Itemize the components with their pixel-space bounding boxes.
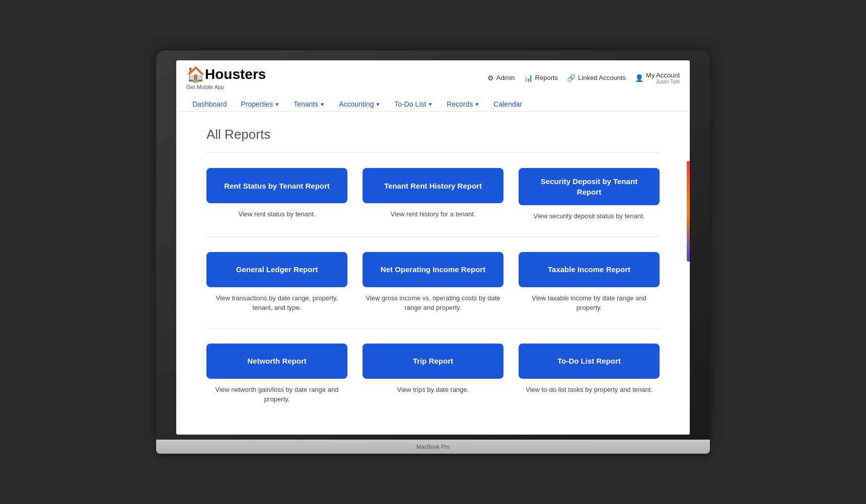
logo[interactable]: 🏠 Housters	[186, 65, 266, 83]
my-account-action[interactable]: 👤 My Account Justin Toth	[635, 71, 680, 85]
security-deposit-button[interactable]: Security Deposit by Tenant Report	[519, 168, 660, 205]
nav-accounting-label: Accounting	[339, 100, 374, 108]
logo-wordmark-rest: ousters	[215, 66, 266, 82]
report-card-networth: Networth Report View networth gain/loss …	[206, 344, 347, 404]
report-card-net-operating: Net Operating Income Report View gross i…	[363, 252, 503, 313]
app-header: 🏠 Housters Get Mobile App ⚙ Admin 📊 Repo…	[176, 60, 690, 112]
accounting-dropdown-icon: ▼	[375, 102, 380, 107]
reports-action[interactable]: 📊 Reports	[524, 74, 558, 82]
nav-calendar-label: Calendar	[493, 100, 522, 108]
other-reports-section: Networth Report View networth gain/loss …	[206, 344, 660, 404]
nav-tenants-label: Tenants	[294, 100, 318, 108]
laptop-screen: 🏠 Housters Get Mobile App ⚙ Admin 📊 Repo…	[176, 60, 690, 435]
general-ledger-desc: View transactions by date range, propert…	[206, 293, 347, 313]
header-actions: ⚙ Admin 📊 Reports 🔗 Linked Accounts	[487, 71, 680, 85]
nav-todo-label: To-Do List	[394, 100, 426, 108]
nav-accounting[interactable]: Accounting ▼	[333, 97, 386, 111]
report-card-todo-list-report: To-Do List Report View to-do list tasks …	[519, 344, 660, 404]
nav-calendar[interactable]: Calendar	[487, 97, 528, 111]
logo-wordmark: H	[205, 66, 215, 82]
nav-records-label: Records	[447, 100, 473, 108]
net-operating-desc: View gross income vs. operating costs by…	[363, 293, 503, 313]
laptop-base: MacBook Pro	[156, 440, 710, 454]
logo-subtitle[interactable]: Get Mobile App	[186, 84, 224, 90]
accent-bar	[687, 161, 690, 262]
taxable-income-desc: View taxable income by date range and pr…	[519, 293, 660, 313]
rent-status-button[interactable]: Rent Status by Tenant Report	[206, 168, 347, 203]
linked-accounts-label: Linked Accounts	[578, 74, 626, 81]
account-username: Justin Toth	[646, 79, 680, 85]
general-ledger-button[interactable]: General Ledger Report	[206, 252, 347, 287]
todo-list-report-button[interactable]: To-Do List Report	[519, 344, 660, 379]
nav-properties[interactable]: Properties ▼	[235, 97, 286, 111]
logo-icon: 🏠	[186, 65, 205, 83]
account-info: My Account Justin Toth	[646, 71, 680, 85]
tenants-dropdown-icon: ▼	[320, 102, 325, 107]
trip-desc: View trips by date range.	[397, 385, 469, 395]
report-card-rent-status: Rent Status by Tenant Report View rent s…	[206, 168, 347, 221]
navigation: Dashboard Properties ▼ Tenants ▼ Account…	[186, 93, 680, 111]
security-deposit-desc: View security deposit status by tenant.	[534, 211, 645, 221]
todo-dropdown-icon: ▼	[427, 102, 432, 107]
rent-history-button[interactable]: Tenant Rent History Report	[363, 168, 503, 203]
screen-bezel: 🏠 Housters Get Mobile App ⚙ Admin 📊 Repo…	[156, 50, 710, 440]
logo-area: 🏠 Housters Get Mobile App	[186, 65, 266, 90]
link-icon: 🔗	[567, 74, 575, 82]
income-reports-section: General Ledger Report View transactions …	[206, 252, 660, 313]
records-dropdown-icon: ▼	[474, 102, 479, 107]
tenant-reports-section: Rent Status by Tenant Report View rent s…	[206, 168, 660, 221]
header-top: 🏠 Housters Get Mobile App ⚙ Admin 📊 Repo…	[186, 60, 680, 93]
report-card-trip: Trip Report View trips by date range.	[363, 344, 503, 404]
nav-dashboard-label: Dashboard	[192, 100, 227, 108]
income-reports-grid: General Ledger Report View transactions …	[206, 252, 660, 313]
report-card-security-deposit: Security Deposit by Tenant Report View s…	[519, 168, 660, 221]
networth-button[interactable]: Networth Report	[206, 344, 347, 379]
laptop-model: MacBook Pro	[416, 444, 450, 450]
admin-label: Admin	[496, 74, 515, 81]
nav-tenants[interactable]: Tenants ▼	[287, 97, 331, 111]
main-content: All Reports Rent Status by Tenant Report…	[176, 112, 690, 435]
report-card-rent-history: Tenant Rent History Report View rent his…	[363, 168, 503, 221]
report-card-general-ledger: General Ledger Report View transactions …	[206, 252, 347, 313]
nav-records[interactable]: Records ▼	[441, 97, 485, 111]
rent-history-desc: View rent history for a tenant.	[391, 209, 476, 219]
page-title: All Reports	[206, 127, 660, 142]
rent-status-desc: View rent status by tenant.	[239, 209, 316, 219]
chart-icon: 📊	[524, 74, 533, 82]
section-divider-3	[206, 328, 660, 328]
taxable-income-button[interactable]: Taxable Income Report	[519, 252, 660, 287]
linked-accounts-action[interactable]: 🔗 Linked Accounts	[567, 74, 626, 82]
nav-dashboard[interactable]: Dashboard	[186, 97, 233, 111]
gear-icon: ⚙	[487, 74, 494, 82]
properties-dropdown-icon: ▼	[274, 102, 279, 107]
nav-properties-label: Properties	[241, 100, 273, 108]
trip-button[interactable]: Trip Report	[363, 344, 503, 379]
other-reports-grid: Networth Report View networth gain/loss …	[206, 344, 660, 404]
tenant-reports-grid: Rent Status by Tenant Report View rent s…	[206, 168, 660, 221]
todo-list-report-desc: View to-do list tasks by property and te…	[526, 385, 653, 395]
reports-label: Reports	[535, 74, 558, 81]
nav-todo[interactable]: To-Do List ▼	[388, 97, 439, 111]
account-name-label: My Account	[646, 71, 680, 79]
net-operating-button[interactable]: Net Operating Income Report	[363, 252, 503, 287]
user-icon: 👤	[635, 74, 643, 82]
admin-action[interactable]: ⚙ Admin	[487, 74, 515, 82]
report-card-taxable-income: Taxable Income Report View taxable incom…	[519, 252, 660, 313]
section-divider-2	[206, 236, 660, 237]
section-divider-1	[206, 152, 660, 153]
laptop-wrapper: 🏠 Housters Get Mobile App ⚙ Admin 📊 Repo…	[156, 50, 710, 454]
networth-desc: View networth gain/loss by date range an…	[206, 385, 347, 404]
